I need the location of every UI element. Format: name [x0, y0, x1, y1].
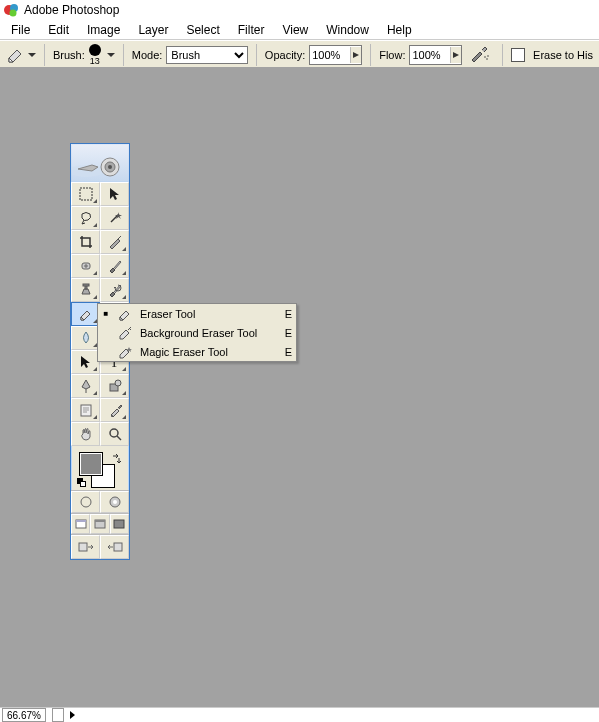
slice-tool[interactable]: [100, 230, 129, 254]
flyout-label: Magic Eraser Tool: [140, 346, 274, 358]
history-brush-tool[interactable]: [100, 278, 129, 302]
default-colors-icon[interactable]: [77, 478, 87, 488]
menu-view[interactable]: View: [273, 21, 317, 39]
lasso-tool[interactable]: [71, 206, 100, 230]
standard-mode-button[interactable]: [71, 491, 100, 513]
svg-point-28: [110, 429, 118, 437]
svg-point-4: [485, 56, 487, 58]
flyout-shortcut: E: [280, 308, 292, 320]
svg-point-3: [487, 58, 489, 60]
eraser-icon: [116, 307, 134, 321]
move-tool[interactable]: [100, 182, 129, 206]
svg-point-32: [113, 500, 117, 504]
eraser-flyout-menu: ■ Eraser Tool E Background Eraser Tool E…: [97, 303, 297, 362]
crop-tool[interactable]: [71, 230, 100, 254]
blur-tool[interactable]: [71, 326, 100, 350]
app-title: Adobe Photoshop: [24, 3, 119, 17]
app-logo-icon: [4, 2, 20, 18]
menu-filter[interactable]: Filter: [229, 21, 274, 39]
brush-label: Brush:: [53, 49, 85, 61]
path-selection-tool[interactable]: [71, 350, 100, 374]
flyout-shortcut: E: [280, 346, 292, 358]
svg-rect-15: [83, 284, 89, 286]
flyout-item-eraser[interactable]: ■ Eraser Tool E: [98, 304, 296, 323]
pen-tool[interactable]: [71, 374, 100, 398]
color-swatches: [71, 446, 129, 490]
eyedropper-tool[interactable]: [100, 398, 129, 422]
eraser-tool[interactable]: [71, 302, 100, 326]
flyout-label: Background Eraser Tool: [140, 327, 274, 339]
hand-tool[interactable]: [71, 422, 100, 446]
brush-tool[interactable]: [100, 254, 129, 278]
background-eraser-icon: [116, 326, 134, 340]
menu-file[interactable]: File: [2, 21, 39, 39]
flow-flyout-icon[interactable]: [450, 47, 461, 63]
zoom-field[interactable]: 66.67%: [2, 708, 46, 722]
quickmask-mode-button[interactable]: [100, 491, 129, 513]
menu-image[interactable]: Image: [78, 21, 129, 39]
healing-brush-tool[interactable]: [71, 254, 100, 278]
magic-eraser-icon: [116, 345, 134, 359]
svg-point-2: [10, 10, 17, 17]
menu-select[interactable]: Select: [177, 21, 228, 39]
svg-rect-34: [76, 520, 86, 522]
brush-preset-picker[interactable]: 13: [89, 44, 101, 66]
menu-bar: File Edit Image Layer Select Filter View…: [0, 21, 599, 40]
svg-rect-37: [114, 520, 124, 528]
status-bar: 66.67%: [0, 707, 599, 722]
toolbox-header-icon: [71, 144, 129, 182]
menu-window[interactable]: Window: [317, 21, 378, 39]
clone-stamp-tool[interactable]: [71, 278, 100, 302]
document-status-icon: [52, 708, 64, 722]
magic-wand-tool[interactable]: [100, 206, 129, 230]
airbrush-icon[interactable]: [470, 46, 490, 64]
notes-tool[interactable]: [71, 398, 100, 422]
flyout-label: Eraser Tool: [140, 308, 274, 320]
shape-tool[interactable]: [100, 374, 129, 398]
status-flyout-icon[interactable]: [70, 711, 75, 719]
opacity-field[interactable]: [309, 45, 362, 65]
zoom-tool[interactable]: [100, 422, 129, 446]
options-bar: Brush: 13 Mode: Brush Opacity: Flow: Era…: [0, 40, 599, 70]
title-bar: Adobe Photoshop: [0, 0, 599, 21]
flow-field[interactable]: [409, 45, 462, 65]
menu-layer[interactable]: Layer: [129, 21, 177, 39]
screen-standard-button[interactable]: [71, 514, 90, 534]
marquee-tool[interactable]: [71, 182, 100, 206]
jump-other-button[interactable]: [100, 535, 129, 559]
svg-rect-39: [114, 543, 122, 551]
svg-point-27: [111, 415, 113, 417]
menu-help[interactable]: Help: [378, 21, 421, 39]
menu-edit[interactable]: Edit: [39, 21, 78, 39]
svg-point-30: [81, 497, 91, 507]
flyout-shortcut: E: [280, 327, 292, 339]
eraser-tool-icon[interactable]: [6, 47, 36, 63]
chevron-down-icon[interactable]: [107, 53, 115, 57]
jump-imageready-button[interactable]: [71, 535, 100, 559]
erase-history-label: Erase to His: [533, 49, 593, 61]
erase-history-checkbox[interactable]: [511, 48, 525, 62]
screen-full-button[interactable]: [110, 514, 129, 534]
svg-point-5: [488, 55, 490, 57]
flyout-item-background-eraser[interactable]: Background Eraser Tool E: [98, 323, 296, 342]
selected-marker-icon: ■: [102, 309, 110, 318]
screen-fullmenus-button[interactable]: [90, 514, 109, 534]
opacity-label: Opacity:: [265, 49, 305, 61]
flow-label: Flow:: [379, 49, 405, 61]
svg-rect-38: [79, 543, 87, 551]
svg-rect-11: [80, 188, 92, 200]
mode-select[interactable]: Brush: [166, 46, 248, 64]
opacity-flyout-icon[interactable]: [350, 47, 361, 63]
mode-label: Mode:: [132, 49, 163, 61]
svg-point-22: [115, 380, 121, 386]
svg-rect-36: [95, 520, 105, 522]
svg-line-29: [117, 436, 121, 440]
flyout-item-magic-eraser[interactable]: Magic Eraser Tool E: [98, 342, 296, 361]
foreground-color-swatch[interactable]: [79, 452, 103, 476]
svg-point-10: [108, 165, 112, 169]
